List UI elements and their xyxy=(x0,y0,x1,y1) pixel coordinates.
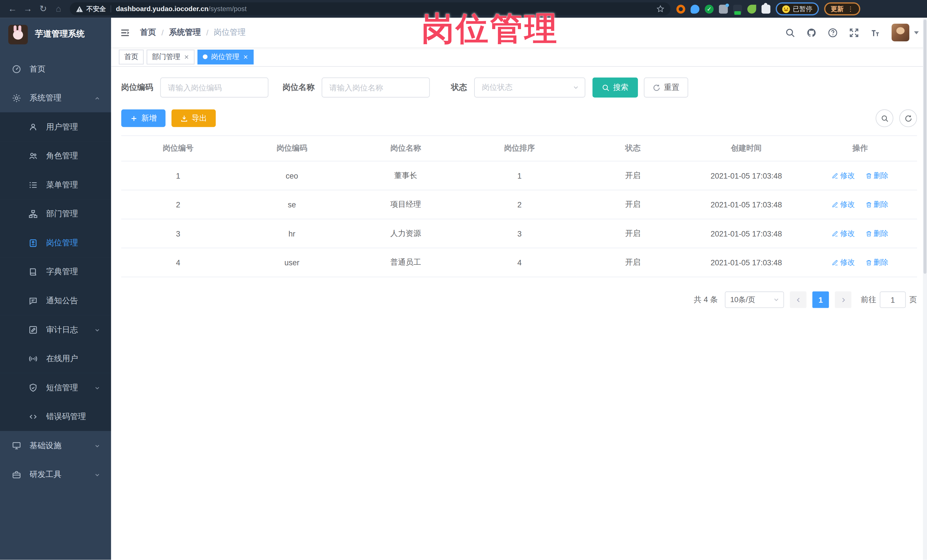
browser-back-icon[interactable]: ← xyxy=(5,0,20,18)
tab-label: 部门管理 xyxy=(152,52,180,62)
tags-view-tab-0[interactable]: 首页 xyxy=(119,49,144,64)
cell-post-id: 3 xyxy=(121,219,235,248)
next-page-button[interactable] xyxy=(835,291,851,308)
extension-sprout-icon[interactable] xyxy=(747,5,756,14)
org-tree-icon xyxy=(28,209,38,219)
edit-link[interactable]: 修改 xyxy=(832,257,855,267)
delete-link[interactable]: 删除 xyxy=(865,199,889,209)
status-select[interactable]: 岗位状态 xyxy=(474,77,585,97)
menu-item-label: 字典管理 xyxy=(46,266,78,277)
extension-gray-icon[interactable] xyxy=(719,5,728,14)
browser-reload-icon[interactable]: ↻ xyxy=(35,0,51,18)
sidebar-item-5[interactable]: 部门管理 xyxy=(0,199,111,228)
close-icon[interactable] xyxy=(243,54,249,60)
scrollbar-thumb[interactable] xyxy=(924,20,926,273)
post-name-label: 岗位名称 xyxy=(283,82,315,93)
toggle-search-button[interactable] xyxy=(875,109,894,127)
edit-link[interactable]: 修改 xyxy=(832,199,855,209)
page-size-select[interactable]: 10条/页 xyxy=(725,291,784,308)
font-size-icon[interactable] xyxy=(870,27,880,37)
fullscreen-icon[interactable] xyxy=(849,27,859,37)
browser-menu-dots-icon[interactable]: ⋮ xyxy=(847,5,854,13)
chevron-down-icon xyxy=(572,84,579,91)
extension-check-icon[interactable]: ✓ xyxy=(705,5,714,14)
close-icon[interactable] xyxy=(184,54,189,60)
add-button[interactable]: 新增 xyxy=(121,109,166,127)
goto-page-input[interactable] xyxy=(880,291,906,308)
post-code-input[interactable] xyxy=(160,77,269,97)
sidebar-item-7[interactable]: 字典管理 xyxy=(0,257,111,286)
extension-dark-icon[interactable] xyxy=(733,5,742,14)
tags-view-tab-1[interactable]: 部门管理 xyxy=(147,49,195,64)
address-bar[interactable]: 不安全 dashboard.yudao.iocoder.cn /system/p… xyxy=(70,2,670,15)
sidebar-item-10[interactable]: 在线用户 xyxy=(0,344,111,373)
sidebar-item-1[interactable]: 系统管理 xyxy=(0,83,111,112)
browser-forward-icon[interactable]: → xyxy=(20,0,35,18)
github-icon[interactable] xyxy=(806,27,816,37)
search-button-label: 搜索 xyxy=(613,82,629,93)
delete-link[interactable]: 删除 xyxy=(865,171,889,181)
sidebar-item-11[interactable]: 短信管理 xyxy=(0,373,111,402)
audit-log-icon xyxy=(28,325,38,334)
hamburger-icon[interactable] xyxy=(120,27,131,37)
browser-update-button[interactable]: 更新 ⋮ xyxy=(824,2,860,15)
sidebar-item-9[interactable]: 审计日志 xyxy=(0,315,111,344)
extensions-puzzle-icon[interactable] xyxy=(761,5,770,14)
cell-created-time: 2021-01-05 17:03:48 xyxy=(689,161,803,190)
browser-home-icon[interactable]: ⌂ xyxy=(51,0,66,18)
edit-link[interactable]: 修改 xyxy=(832,229,855,238)
extension-drop-icon[interactable] xyxy=(690,5,699,14)
menu-item-label: 系统管理 xyxy=(30,93,62,103)
sidebar-item-13[interactable]: 基础设施 xyxy=(0,431,111,460)
export-button[interactable]: 导出 xyxy=(172,109,216,127)
sidebar-item-4[interactable]: 菜单管理 xyxy=(0,170,111,199)
refresh-table-button[interactable] xyxy=(899,109,917,127)
search-button[interactable]: 搜索 xyxy=(592,77,638,97)
reset-button[interactable]: 重置 xyxy=(644,77,688,97)
chevron-down-icon xyxy=(773,296,780,303)
prev-page-button[interactable] xyxy=(790,291,806,308)
paused-badge[interactable]: 已暂停 xyxy=(776,2,819,15)
sidebar-item-14[interactable]: 研发工具 xyxy=(0,460,111,489)
tab-label: 岗位管理 xyxy=(211,52,239,62)
cell-post-id: 1 xyxy=(121,161,235,190)
page-number-button[interactable]: 1 xyxy=(812,291,829,308)
sidebar-item-3[interactable]: 角色管理 xyxy=(0,141,111,170)
header-search-icon[interactable] xyxy=(785,27,795,37)
help-icon[interactable] xyxy=(828,27,838,37)
active-dot xyxy=(203,55,208,59)
sidebar-menu: 首页 系统管理 用户管理 角色管理 菜单管理 部门管理 岗位管理 字典管理 通知… xyxy=(0,55,111,489)
not-secure-warning-icon xyxy=(76,5,83,13)
role-icon xyxy=(28,151,38,160)
sidebar-item-0[interactable]: 首页 xyxy=(0,55,111,83)
logo-row[interactable]: 芋道管理系统 xyxy=(0,18,111,51)
cell-post-status: 开启 xyxy=(576,219,689,248)
sidebar-item-8[interactable]: 通知公告 xyxy=(0,286,111,315)
extension-orange-icon[interactable] xyxy=(676,5,685,14)
delete-link[interactable]: 删除 xyxy=(865,257,889,267)
trash-icon xyxy=(865,202,872,208)
extension-icons: ✓ xyxy=(676,5,770,14)
user-avatar[interactable] xyxy=(892,24,909,41)
page-size-value: 10条/页 xyxy=(730,295,755,305)
edit-link[interactable]: 修改 xyxy=(832,171,855,181)
sidebar-item-12[interactable]: 错误码管理 xyxy=(0,402,111,431)
sidebar-item-2[interactable]: 用户管理 xyxy=(0,112,111,141)
breadcrumb-home[interactable]: 首页 xyxy=(140,27,156,38)
page-scrollbar[interactable] xyxy=(923,18,927,560)
breadcrumb-system[interactable]: 系统管理 xyxy=(169,27,201,38)
delete-link[interactable]: 删除 xyxy=(865,229,889,238)
edit-pen-icon xyxy=(832,172,838,179)
browser-toolbar: ← → ↻ ⌂ 不安全 dashboard.yudao.iocoder.cn /… xyxy=(0,0,927,18)
table-row: 4 user 普通员工 4 开启 2021-01-05 17:03:48 修改 … xyxy=(121,248,917,277)
error-code-icon xyxy=(28,412,38,421)
bookmark-star-icon[interactable] xyxy=(656,5,664,13)
avatar-caret-down-icon[interactable] xyxy=(914,31,919,34)
post-name-input[interactable] xyxy=(322,77,430,97)
edit-pen-icon xyxy=(832,230,838,237)
menu-item-label: 部门管理 xyxy=(46,208,78,219)
plus-icon xyxy=(130,114,138,122)
sidebar-item-active-6[interactable]: 岗位管理 xyxy=(0,228,111,257)
tags-view-tab-2[interactable]: 岗位管理 xyxy=(198,49,254,64)
download-icon xyxy=(180,114,188,122)
